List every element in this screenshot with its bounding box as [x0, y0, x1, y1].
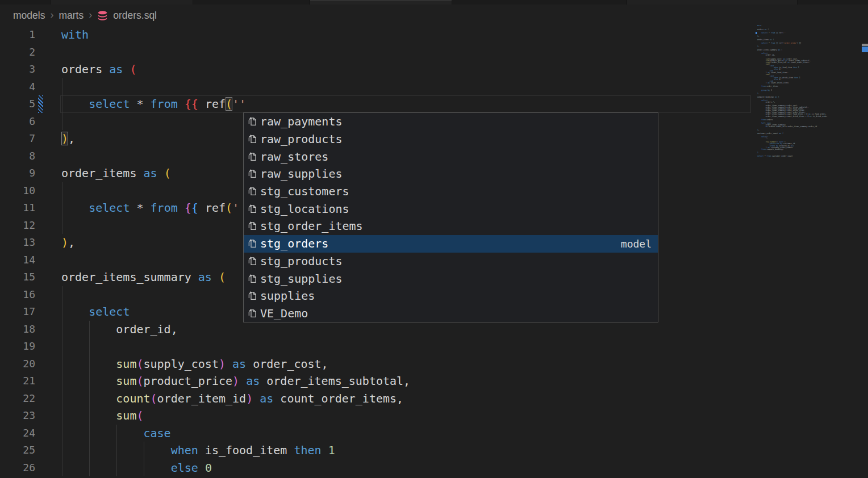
code-text: select * from {{ ref('' [61, 95, 246, 113]
code-text: count(order_item_id) as count_order_item… [61, 390, 403, 408]
suggestion-label: stg_products [260, 254, 343, 268]
line-number: 14 [0, 251, 35, 269]
suggestion-label: raw_stores [260, 150, 328, 163]
line-number: 20 [0, 355, 35, 373]
code-line-5[interactable]: 5 select * from {{ ref('' [0, 95, 868, 113]
line-number: 26 [0, 459, 35, 477]
code-line-24[interactable]: 24 case [0, 425, 868, 442]
reference-icon [247, 308, 257, 318]
reference-icon [247, 152, 257, 162]
code-line-26[interactable]: 26 else 0 [0, 459, 868, 477]
code-text: case [61, 425, 171, 442]
suggestion-item-supplies[interactable]: supplies [244, 287, 658, 305]
suggestion-item-stg_order_items[interactable]: stg_order_items [244, 217, 658, 235]
code-text: sum(supply_cost) as order_cost, [61, 355, 328, 373]
vscode-editor-window: models › marts › orders.sql 1with23order… [0, 0, 868, 478]
database-icon [97, 11, 108, 21]
line-number: 6 [0, 113, 35, 131]
suggestion-label: supplies [260, 289, 315, 303]
line-number: 23 [0, 407, 35, 425]
suggestion-item-raw_products[interactable]: raw_products [244, 131, 658, 148]
suggestion-label: stg_locations [260, 202, 349, 216]
editor-tab[interactable] [452, 0, 626, 5]
line-number: 8 [0, 148, 35, 165]
editor-tab[interactable] [193, 0, 309, 5]
editor-tab[interactable] [0, 0, 51, 5]
code-line-21[interactable]: 21 sum(product_price) as order_items_sub… [0, 372, 868, 390]
line-number: 7 [0, 130, 35, 148]
code-line-20[interactable]: 20 sum(supply_cost) as order_cost, [0, 355, 868, 373]
reference-icon [247, 238, 257, 249]
code-line-4[interactable]: 4 [0, 78, 868, 96]
line-number: 3 [0, 61, 35, 78]
suggestion-item-stg_products[interactable]: stg_products [244, 253, 658, 270]
code-text: else 0 [61, 459, 212, 477]
editor-tab[interactable] [51, 0, 193, 5]
suggestion-label: raw_supplies [260, 167, 343, 181]
suggestion-item-stg_supplies[interactable]: stg_supplies [244, 270, 658, 287]
breadcrumb-item-marts[interactable]: marts [59, 10, 84, 22]
suggestion-label: stg_customers [260, 185, 349, 198]
modified-line-indicator [38, 95, 43, 113]
line-number: 4 [0, 78, 35, 96]
line-number: 19 [0, 338, 35, 355]
reference-icon [247, 204, 257, 214]
code-line-18[interactable]: 18 order_id, [0, 321, 868, 338]
code-text: when is_food_item then 1 [61, 442, 335, 459]
reference-icon [247, 256, 257, 266]
suggestion-label: stg_orders [260, 237, 328, 250]
indent-guide [62, 338, 62, 355]
overview-ruler-modified-mark [862, 47, 868, 52]
code-text: order_items as ( [61, 165, 171, 182]
line-number: 5 [0, 95, 35, 113]
editor-tab[interactable] [627, 0, 797, 5]
code-line-2[interactable]: 2 [0, 44, 868, 61]
minimap[interactable]: with orders as ( select * from {{ ref(''… [757, 25, 862, 190]
suggestion-kind-badge: model [621, 238, 652, 250]
code-line-25[interactable]: 25 when is_food_item then 1 [0, 442, 868, 459]
suggestion-item-stg_orders[interactable]: stg_ordersmodel [244, 235, 658, 253]
editor-tab[interactable] [798, 0, 868, 5]
indent-guide [89, 338, 90, 355]
code-text: orders as ( [61, 61, 136, 78]
indent-guide [62, 182, 62, 200]
overview-ruler-cursor-mark [862, 44, 868, 46]
reference-icon [247, 134, 257, 144]
reference-icon [247, 169, 257, 179]
suggestion-item-stg_customers[interactable]: stg_customers [244, 183, 658, 200]
suggestion-item-raw_supplies[interactable]: raw_supplies [244, 165, 658, 183]
tab-bar[interactable] [0, 0, 868, 5]
code-text: select [61, 303, 130, 321]
suggestion-label: stg_order_items [260, 219, 363, 233]
code-line-1[interactable]: 1with [0, 26, 868, 44]
line-number: 2 [0, 44, 35, 61]
code-line-3[interactable]: 3orders as ( [0, 61, 868, 78]
autocomplete-dropdown: raw_paymentsraw_productsraw_storesraw_su… [243, 112, 658, 322]
breadcrumb-separator-icon: › [89, 9, 92, 21]
code-text: select * from {{ ref(' [61, 199, 239, 217]
code-text: with [61, 26, 89, 44]
indent-guide [62, 217, 62, 234]
breadcrumb-item-models[interactable]: models [13, 10, 45, 22]
breadcrumb: models › marts › orders.sql [0, 5, 868, 26]
code-line-22[interactable]: 22 count(order_item_id) as count_order_i… [0, 390, 868, 408]
line-number: 18 [0, 321, 35, 338]
line-number: 11 [0, 199, 35, 217]
code-line-19[interactable]: 19 [0, 338, 868, 355]
reference-icon [247, 274, 257, 284]
suggestion-item-stg_locations[interactable]: stg_locations [244, 200, 658, 217]
suggestion-item-VE_Demo[interactable]: VE_Demo [244, 305, 658, 322]
line-number: 15 [0, 269, 35, 286]
suggestion-label: raw_payments [260, 115, 343, 128]
suggestion-item-raw_payments[interactable]: raw_payments [244, 113, 658, 131]
breadcrumb-item-file[interactable]: orders.sql [113, 10, 157, 22]
suggestion-item-raw_stores[interactable]: raw_stores [244, 148, 658, 165]
line-number: 22 [0, 390, 35, 408]
line-number: 17 [0, 303, 35, 321]
line-number: 10 [0, 182, 35, 200]
reference-icon [247, 116, 257, 127]
breadcrumb-separator-icon: › [50, 9, 53, 21]
minimap-modified-indicator [756, 32, 757, 33]
code-line-23[interactable]: 23 sum( [0, 407, 868, 425]
editor-tab[interactable] [310, 0, 452, 5]
